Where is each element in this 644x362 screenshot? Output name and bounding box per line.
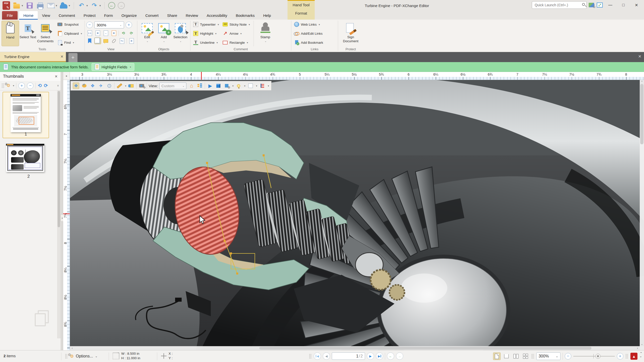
options-chevron-icon[interactable]: ⌄ xyxy=(95,354,98,358)
3d-cross-section-button[interactable] xyxy=(259,82,266,89)
comments-pane-button[interactable] xyxy=(102,37,109,44)
render-chevron-icon[interactable]: ▾ xyxy=(232,84,233,87)
open-file-button[interactable] xyxy=(13,2,21,10)
open-chevron-icon[interactable]: ▾ xyxy=(22,4,23,7)
menu-protect[interactable]: Protect xyxy=(79,11,100,20)
measure-chevron-icon[interactable]: ▾ xyxy=(125,84,126,87)
statusbar-zoom-in-button[interactable]: + xyxy=(617,353,623,359)
snapshot-button[interactable]: Snapshot xyxy=(57,21,82,28)
thumbnails-panel-close-icon[interactable]: ✕ xyxy=(55,74,58,78)
thumb-zoom-out-button[interactable]: − xyxy=(27,82,33,89)
horizontal-scrollbar[interactable]: ‹ › xyxy=(70,346,640,350)
select-comments-button[interactable]: Select Comments xyxy=(36,21,54,46)
3d-background-color-button[interactable] xyxy=(247,82,254,89)
fit-width-button[interactable]: ↔ xyxy=(102,30,109,36)
menu-file[interactable]: File xyxy=(2,11,18,20)
scroll-left-icon[interactable]: ‹ xyxy=(70,346,74,350)
menu-bookmarks[interactable]: Bookmarks xyxy=(231,11,259,20)
next-view-button[interactable]: → xyxy=(396,352,403,360)
redo-chevron-icon[interactable]: ▾ xyxy=(99,4,101,7)
fullscreen-button[interactable]: ⤢ xyxy=(597,3,603,8)
hand-tool-button[interactable]: Hand xyxy=(2,21,19,46)
edit-objects-button[interactable]: Edit ⌄ xyxy=(139,21,155,46)
3d-fly-tool-button[interactable]: ✈ xyxy=(98,82,104,89)
highlight-fields-button[interactable]: Highlight Fields ▾ xyxy=(92,63,134,71)
navigate-back-button[interactable]: ← xyxy=(108,2,115,9)
new-tab-button[interactable]: + xyxy=(68,53,77,62)
add-edit-links-button[interactable]: Add/Edit Links xyxy=(294,30,323,37)
thumbnail-page-2[interactable] xyxy=(6,144,44,172)
3d-model-tree-button[interactable] xyxy=(196,82,203,89)
first-page-button[interactable]: ◀ xyxy=(314,352,321,360)
save-button[interactable] xyxy=(26,2,34,10)
rotate-page-ccw-button[interactable]: ⟲ xyxy=(38,83,42,88)
cloud-button[interactable] xyxy=(60,2,68,10)
undo-button[interactable]: ↶ xyxy=(77,2,86,10)
fit-layout-button[interactable] xyxy=(503,352,510,360)
3d-render-settings-button[interactable] xyxy=(223,82,230,89)
tab-close-icon[interactable]: ✕ xyxy=(60,55,63,59)
previous-view-button[interactable]: ← xyxy=(387,352,394,360)
email-button[interactable] xyxy=(47,2,55,10)
zoom-slider-knob[interactable] xyxy=(595,354,600,359)
actual-size-button[interactable]: 1:1 xyxy=(86,30,93,36)
print-button[interactable] xyxy=(36,2,44,10)
last-page-button[interactable]: ▶ xyxy=(376,352,383,360)
panel-options-button[interactable]: ⚙ xyxy=(7,83,10,88)
underline-button[interactable]: TUnderline▾ xyxy=(193,39,219,46)
nav-drag-handle[interactable] xyxy=(309,354,312,359)
rotate-cw-button[interactable]: ⟳ xyxy=(128,30,135,36)
bookmarks-pane-button[interactable] xyxy=(86,37,93,44)
menu-review[interactable]: Review xyxy=(181,11,202,20)
navigate-forward-button[interactable]: → xyxy=(118,2,125,9)
page-properties-button[interactable]: ⚙ xyxy=(128,37,135,44)
zoom-slider[interactable] xyxy=(573,352,615,360)
panel-more-icon[interactable]: » xyxy=(56,85,60,86)
stamp-button[interactable]: Stamp ⌄ xyxy=(256,21,274,46)
3d-comment-button[interactable] xyxy=(128,82,135,89)
menu-home[interactable]: Home xyxy=(19,11,38,20)
arrow-tool-button[interactable]: ↗Arrow▾ xyxy=(222,30,250,37)
3d-rotate-tool-button[interactable]: ✥ xyxy=(73,82,79,89)
3d-model-canvas[interactable] xyxy=(70,80,644,350)
menu-accessibility[interactable]: Accessibility xyxy=(202,11,231,20)
3d-snapshot-button[interactable] xyxy=(138,82,145,89)
zoom-level-combobox[interactable]: 300%⌄ xyxy=(94,21,124,28)
cloud-chevron-icon[interactable]: ▾ xyxy=(69,4,70,7)
attachments-pane-button[interactable] xyxy=(110,37,117,44)
cross-section-chevron-icon[interactable]: ▾ xyxy=(268,84,269,87)
lighting-chevron-icon[interactable]: ▾ xyxy=(244,84,245,87)
statusbar-zoom-combobox[interactable]: 300%⌄ xyxy=(536,352,560,360)
selection-button[interactable]: Selection ⌄ xyxy=(172,21,189,46)
background-chevron-icon[interactable]: ▾ xyxy=(256,84,257,87)
add-bookmark-button[interactable]: +Add Bookmark xyxy=(294,39,323,46)
web-links-button[interactable]: Web Links▾ xyxy=(294,21,323,28)
statusbar-zoom-out-button[interactable]: − xyxy=(565,353,571,359)
thumbnails-pane-button[interactable] xyxy=(94,37,101,44)
sign-document-button[interactable]: SignDocument xyxy=(342,21,360,46)
zoom-in-button[interactable]: + xyxy=(126,22,132,28)
sticky-note-button[interactable]: Sticky Note▾ xyxy=(222,21,250,28)
rectangle-tool-button[interactable]: Rectangle▾ xyxy=(222,39,250,46)
rotate-ccw-button[interactable]: ⟲ xyxy=(120,30,127,36)
menu-view[interactable]: View xyxy=(38,11,54,20)
horizontal-scrollbar-thumb[interactable] xyxy=(259,347,591,350)
fields-pane-button[interactable]: T≡ xyxy=(118,37,125,44)
close-button[interactable]: ✕ xyxy=(631,1,642,9)
3d-default-view-button[interactable]: ⌂ xyxy=(188,82,195,89)
panel-splitter[interactable]: ◂ xyxy=(61,72,63,350)
3d-lighting-button[interactable] xyxy=(235,82,242,89)
minimize-button[interactable]: — xyxy=(605,1,616,9)
document-tab[interactable]: Turbine Engine ✕ xyxy=(0,52,66,62)
menu-comment[interactable]: Comment xyxy=(54,11,79,20)
menu-share[interactable]: Share xyxy=(163,11,181,20)
highlight-button[interactable]: THighlight▾ xyxy=(193,30,219,37)
redo-button[interactable]: ↷ xyxy=(90,2,98,10)
3d-zoom-tool-button[interactable] xyxy=(106,82,112,89)
quick-launch-input[interactable] xyxy=(532,1,587,9)
collapse-statusbar-icon[interactable]: ⌄ xyxy=(640,350,642,354)
view-select[interactable]: Custom⌄ xyxy=(159,82,186,89)
scroll-down-icon[interactable]: ⌄ xyxy=(640,342,644,346)
thumbnail-page-1-selected[interactable]: 1 xyxy=(3,92,49,138)
quick-launch[interactable] xyxy=(532,1,587,9)
